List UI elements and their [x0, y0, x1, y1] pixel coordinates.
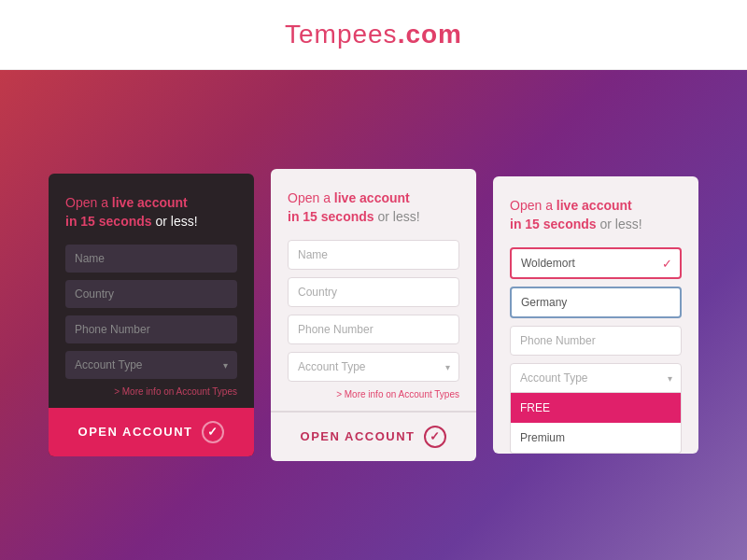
card-dark: Open a live account in 15 seconds or les…	[49, 174, 254, 455]
light-open-account-button[interactable]: OPEN ACCOUNT ✓	[271, 411, 476, 461]
light-check-icon: ✓	[424, 426, 446, 448]
light-more-info[interactable]: > More info on Account Types	[288, 389, 459, 399]
site-title: Tempees.com	[285, 20, 462, 49]
card-dark-heading-line2: in 15 seconds or less!	[65, 213, 237, 231]
light-phone-input[interactable]	[288, 315, 459, 344]
light-account-type-wrapper[interactable]: Account Type FREE Premium ▾	[288, 352, 459, 382]
dark-open-account-label: OPEN ACCOUNT	[78, 425, 193, 439]
light-account-type-select[interactable]: Account Type FREE Premium	[288, 352, 459, 382]
dark-account-type-wrapper[interactable]: Account Type FREE Premium ▾	[65, 351, 237, 379]
open-name-check-icon: ✓	[662, 256, 672, 270]
light-name-input[interactable]	[288, 240, 459, 270]
open-name-input[interactable]	[510, 247, 682, 279]
open-country-input[interactable]	[510, 287, 682, 318]
card-light-heading: Open a live account in 15 seconds or les…	[288, 189, 459, 226]
dark-check-icon: ✓	[202, 421, 224, 443]
card-open-heading-line1: Open a live account	[510, 197, 682, 216]
dropdown-menu: FREE Premium	[510, 393, 682, 454]
dark-more-info[interactable]: > More info on Account Types	[65, 386, 237, 397]
card-open-heading-line2: in 15 seconds or less!	[510, 216, 682, 234]
card-light: Open a live account in 15 seconds or les…	[271, 169, 476, 460]
open-account-type-select[interactable]: Account Type FREE Premium	[510, 363, 682, 393]
dark-phone-input[interactable]	[65, 315, 237, 343]
dark-account-type-select[interactable]: Account Type FREE Premium	[65, 351, 237, 379]
header: Tempees.com	[0, 0, 747, 70]
dark-name-input[interactable]	[65, 245, 237, 273]
open-phone-input[interactable]	[510, 326, 682, 356]
card-open-dropdown: Open a live account in 15 seconds or les…	[493, 176, 698, 453]
dropdown-item-premium[interactable]: Premium	[511, 423, 681, 453]
card-light-heading-line1: Open a live account	[288, 189, 459, 208]
light-open-account-label: OPEN ACCOUNT	[301, 429, 416, 443]
light-country-input[interactable]	[288, 277, 459, 307]
card-open-heading: Open a live account in 15 seconds or les…	[510, 197, 682, 233]
dark-open-account-button[interactable]: OPEN ACCOUNT ✓	[49, 408, 254, 456]
card-dark-heading: Open a live account in 15 seconds or les…	[65, 194, 237, 231]
open-account-type-wrapper[interactable]: Account Type FREE Premium ▾ FREE Premium	[510, 363, 682, 454]
card-dark-heading-line1: Open a live account	[65, 194, 237, 213]
card-light-heading-line2: in 15 seconds or less!	[288, 208, 459, 227]
dark-country-input[interactable]	[65, 280, 237, 308]
dropdown-item-free[interactable]: FREE	[511, 393, 681, 423]
main-area: Open a live account in 15 seconds or les…	[0, 70, 747, 560]
